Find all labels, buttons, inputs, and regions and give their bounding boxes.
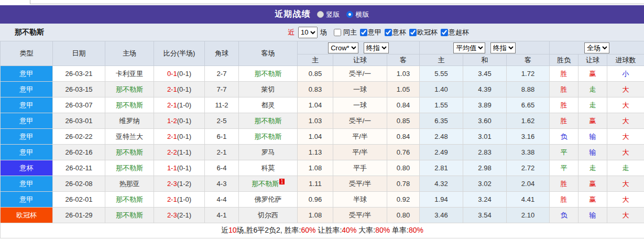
score-cell: 2-3(1-2) — [154, 176, 205, 192]
radio-vertical-label: 竖版 — [326, 10, 340, 19]
odds-home: 0.83 — [298, 82, 333, 97]
league-badge: 意甲 — [1, 113, 53, 129]
odds-home: 1.08 — [298, 208, 333, 223]
checkbox-input[interactable] — [409, 29, 417, 36]
odds-time-select[interactable]: 终指 — [364, 42, 389, 53]
score-cell: 2-1(1-0) — [154, 97, 205, 113]
handicap-line: 平/半 — [333, 145, 387, 160]
red-card-badge: 1 — [279, 179, 285, 184]
odds-company-select[interactable]: Crow* — [328, 42, 358, 53]
away-team-name: 那不勒斯 — [252, 180, 279, 188]
corner-count: 6-4 — [205, 160, 239, 176]
half-score: (0-1) — [177, 164, 191, 172]
odds-home: 1.08 — [298, 160, 333, 176]
filter-checkbox-意杯[interactable]: 意杯 — [381, 28, 406, 37]
avg-draw-odds: 3.45 — [463, 66, 507, 82]
full-score: 0-1 — [167, 70, 177, 78]
home-team: 那不勒斯 — [105, 145, 154, 160]
table-row: 意甲26-02-22亚特兰大2-1(0-1)6-1那不勒斯1.04平/半0.84… — [1, 129, 644, 145]
avg-draw-odds: 3.89 — [463, 97, 507, 113]
col-header-avg-home: 主 — [420, 54, 463, 66]
match-date: 26-03-01 — [53, 113, 105, 129]
avg-home-odds: 1.94 — [420, 192, 463, 208]
checkbox-input[interactable] — [441, 29, 448, 36]
home-team: 那不勒斯 — [105, 82, 154, 97]
odds-away: 0.84 — [387, 97, 420, 113]
avg-home-odds: 6.35 — [420, 113, 463, 129]
away-team-name: 那不勒斯 — [255, 70, 282, 78]
radio-horizontal-label: 横版 — [356, 10, 369, 19]
summary-text: 场,胜6平2负2, 胜率: — [237, 226, 301, 234]
checkbox-input[interactable] — [360, 29, 367, 36]
league-badge: 意甲 — [1, 145, 53, 160]
filter-checkbox-欧冠杯[interactable]: 欧冠杯 — [406, 28, 438, 37]
result-goals: 大 — [607, 192, 644, 208]
odds-away: 1.03 — [387, 66, 420, 82]
odds-home: 0.96 — [298, 192, 333, 208]
col-header-avg-draw: 和 — [463, 54, 507, 66]
radio-vertical-layout[interactable]: 竖版 — [317, 10, 340, 19]
league-badge: 意甲 — [1, 176, 53, 192]
result-handicap: 走 — [578, 97, 607, 113]
full-score: 2-3 — [167, 211, 177, 219]
league-badge: 意甲 — [1, 192, 53, 208]
col-header-avg-away: 客 — [507, 54, 550, 66]
match-date: 26-02-08 — [53, 176, 105, 192]
full-score: 2-1 — [167, 85, 177, 93]
odds-home: 1.04 — [298, 129, 333, 145]
cut-border-vertical — [30, 0, 30, 4]
league-badge: 意甲 — [1, 97, 53, 113]
corner-count: 4-3 — [205, 176, 239, 192]
result-handicap: 赢 — [578, 192, 607, 208]
scope-header: 全场 — [550, 41, 644, 54]
avg-company-select[interactable]: 平均值 — [453, 42, 485, 53]
summary-value: 60% — [301, 226, 316, 234]
league-badge: 意杯 — [1, 160, 53, 176]
away-team: 罗马 — [239, 145, 298, 160]
filter-checkbox-意甲[interactable]: 意甲 — [357, 28, 381, 37]
filter-checkbox-意超杯[interactable]: 意超杯 — [438, 28, 469, 37]
table-row: 意甲26-03-21卡利亚里0-1(0-1)2-7那不勒斯0.85受半/一1.0… — [1, 66, 644, 82]
full-score: 2-1 — [167, 101, 177, 109]
avg-away-odds: 2.72 — [507, 160, 550, 176]
match-date: 26-02-01 — [53, 192, 105, 208]
checkbox-label: 欧冠杯 — [417, 28, 438, 37]
avg-draw-odds: 2.98 — [463, 160, 507, 176]
league-checkboxes: 同主意甲意杯欧冠杯意超杯 — [329, 28, 469, 37]
avg-draw-odds: 4.39 — [463, 82, 507, 97]
table-row: 意甲26-03-15那不勒斯2-1(0-1)7-7莱切0.83一球1.051.4… — [1, 82, 644, 97]
summary-value: 80% — [409, 226, 423, 234]
radio-selected-icon[interactable] — [346, 11, 353, 18]
summary-value: 40% — [342, 226, 356, 234]
full-score: 2-1 — [167, 195, 177, 203]
radio-unselected-icon[interactable] — [317, 11, 324, 18]
section-title: 近期战绩 — [275, 9, 311, 20]
odds-company-header: Crow* 终指 — [298, 41, 420, 54]
avg-draw-odds: 3.01 — [463, 129, 507, 145]
avg-home-odds: 1.55 — [420, 97, 463, 113]
away-team-name: 都灵 — [261, 101, 275, 109]
odds-home: 1.13 — [298, 145, 333, 160]
checkbox-input[interactable] — [334, 29, 341, 36]
radio-horizontal-layout[interactable]: 横版 — [346, 10, 369, 19]
page-top-cut-border — [0, 0, 644, 5]
col-header-odds-home: 主 — [298, 54, 333, 66]
result-handicap: 走 — [578, 82, 607, 97]
score-cell: 2-2(1-1) — [154, 145, 205, 160]
checkbox-input[interactable] — [385, 29, 392, 36]
scope-select[interactable]: 全场 — [584, 42, 609, 53]
filter-checkbox-同主[interactable]: 同主 — [329, 28, 357, 37]
home-team: 热那亚 — [105, 176, 154, 192]
avg-time-select[interactable]: 终指 — [490, 42, 516, 53]
handicap-line: 受半/一 — [333, 113, 387, 129]
match-date: 26-02-11 — [53, 160, 105, 176]
half-score: (1-2) — [177, 180, 191, 188]
checkbox-label: 意甲 — [368, 28, 381, 37]
odds-away: 0.80 — [387, 160, 420, 176]
recent-count-select[interactable]: 10 — [298, 27, 318, 38]
result-win-loss: 负 — [550, 208, 578, 223]
away-team-name: 那不勒斯 — [255, 117, 282, 125]
recent-results-table: 类型 日期 主场 比分(半场) 角球 客场 Crow* 终指 平均值 终指 全场… — [0, 41, 644, 238]
avg-away-odds: 1.72 — [507, 66, 550, 82]
half-score: (1-0) — [177, 101, 191, 109]
